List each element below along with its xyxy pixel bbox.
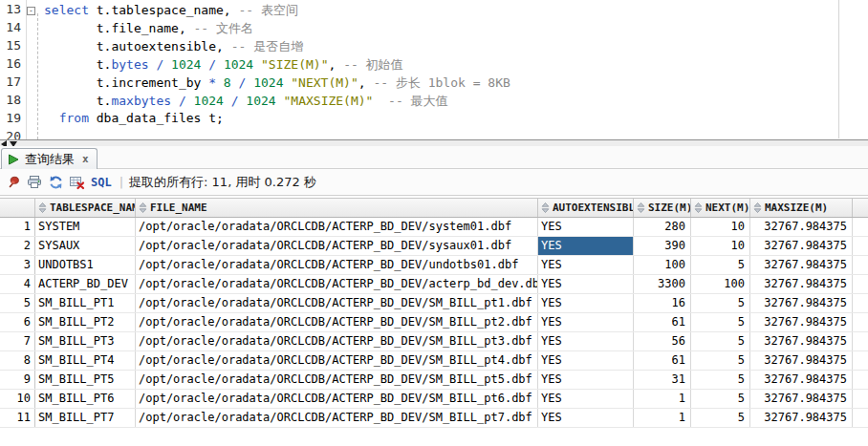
table-row[interactable]: 10SM_BILL_PT6/opt/oracle/oradata/ORCLCDB… — [0, 390, 868, 409]
sql-editor[interactable]: 1314151617181920 select t.tablespace_nam… — [0, 0, 868, 139]
table-row[interactable]: 5SM_BILL_PT1/opt/oracle/oradata/ORCLCDB/… — [0, 294, 868, 313]
grid-cell[interactable]: SYSAUX — [35, 237, 136, 255]
grid-cell[interactable]: YES — [538, 371, 634, 389]
grid-cell[interactable]: /opt/oracle/oradata/ORCLCDB/ACTERP_BD_DE… — [136, 237, 538, 255]
grid-cell[interactable]: 32767.984375 — [750, 371, 853, 389]
grid-cell[interactable]: YES — [538, 275, 634, 293]
grid-cell[interactable]: 5 — [691, 390, 750, 408]
row-number-cell: 5 — [0, 294, 35, 312]
sql-worksheet-button[interactable]: SQL — [87, 176, 118, 189]
grid-cell[interactable]: 56 — [634, 332, 691, 350]
grid-cell[interactable]: SM_BILL_PT6 — [35, 390, 136, 408]
grid-cell[interactable]: 16 — [634, 294, 691, 312]
grid-cell[interactable]: 32767.984375 — [750, 390, 853, 408]
column-header-tablespace-name[interactable]: TABLESPACE_NAME — [35, 199, 136, 217]
grid-cell[interactable]: /opt/oracle/oradata/ORCLCDB/ACTERP_BD_DE… — [136, 351, 538, 370]
grid-cell[interactable]: 32767.984375 — [750, 313, 853, 331]
grid-cell[interactable]: YES — [538, 256, 634, 274]
grid-cell[interactable]: 61 — [634, 351, 691, 370]
grid-cell[interactable]: YES — [538, 294, 634, 312]
grid-cell[interactable]: 3300 — [634, 275, 691, 293]
grid-cell[interactable]: YES — [538, 237, 634, 255]
pane-splitter[interactable] — [0, 139, 868, 146]
grid-cell[interactable]: YES — [538, 218, 634, 236]
grid-cell[interactable]: 32767.984375 — [750, 237, 853, 255]
grid-cell[interactable]: /opt/oracle/oradata/ORCLCDB/ACTERP_BD_DE… — [136, 409, 538, 427]
grid-cell[interactable]: SYSTEM — [35, 218, 136, 236]
grid-cell[interactable]: YES — [538, 390, 634, 408]
grid-cell[interactable]: 1 — [634, 409, 691, 427]
grid-cell[interactable]: SM_BILL_PT3 — [35, 332, 136, 350]
table-row[interactable]: 2SYSAUX/opt/oracle/oradata/ORCLCDB/ACTER… — [0, 237, 868, 256]
grid-cell[interactable]: 32767.984375 — [750, 275, 853, 293]
column-header-file-name[interactable]: FILE_NAME — [136, 199, 538, 217]
table-row[interactable]: 6SM_BILL_PT2/opt/oracle/oradata/ORCLCDB/… — [0, 313, 868, 332]
grid-cell[interactable]: /opt/oracle/oradata/ORCLCDB/ACTERP_BD_DE… — [136, 390, 538, 408]
grid-cell[interactable]: SM_BILL_PT4 — [35, 351, 136, 370]
table-row[interactable]: 8SM_BILL_PT4/opt/oracle/oradata/ORCLCDB/… — [0, 351, 868, 371]
grid-cell[interactable]: 10 — [691, 237, 750, 255]
grid-cell[interactable]: 32767.984375 — [750, 409, 853, 427]
grid-cell[interactable]: 100 — [691, 275, 750, 293]
grid-cell[interactable]: 280 — [634, 218, 691, 236]
column-header-size-m-[interactable]: SIZE(M) — [634, 199, 691, 217]
grid-cell[interactable]: 5 — [691, 313, 750, 331]
table-row[interactable]: 7SM_BILL_PT3/opt/oracle/oradata/ORCLCDB/… — [0, 332, 868, 351]
grid-cell[interactable]: SM_BILL_PT5 — [35, 371, 136, 389]
code-token-num: 1024 — [224, 57, 253, 72]
grid-cell[interactable]: 10 — [691, 218, 750, 236]
tab-query-result[interactable]: 查询结果 x — [1, 148, 98, 169]
grid-cell[interactable]: YES — [538, 351, 634, 370]
grid-cell[interactable]: 5 — [691, 371, 750, 389]
line-number: 17 — [0, 74, 23, 93]
table-row[interactable]: 9SM_BILL_PT5/opt/oracle/oradata/ORCLCDB/… — [0, 371, 868, 390]
grid-cell[interactable]: 32767.984375 — [750, 294, 853, 312]
column-header-autoextensible[interactable]: AUTOEXTENSIBLE — [538, 199, 634, 217]
printer-icon[interactable] — [24, 173, 45, 192]
table-row[interactable]: 1SYSTEM/opt/oracle/oradata/ORCLCDB/ACTER… — [0, 218, 868, 237]
grid-cell[interactable]: /opt/oracle/oradata/ORCLCDB/ACTERP_BD_DE… — [136, 294, 538, 312]
grid-cell[interactable]: /opt/oracle/oradata/ORCLCDB/ACTERP_BD_DE… — [136, 275, 538, 293]
table-row[interactable]: 11SM_BILL_PT7/opt/oracle/oradata/ORCLCDB… — [0, 409, 868, 428]
code-fold-icon[interactable]: - — [27, 7, 35, 15]
column-header-maxsize-m-[interactable]: MAXSIZE(M) — [750, 199, 853, 217]
code-token-pl: t.tablespace_name, — [89, 3, 239, 17]
grid-cell[interactable]: 5 — [691, 294, 750, 312]
grid-cell[interactable]: 32767.984375 — [750, 256, 853, 274]
tab-close-icon[interactable]: x — [80, 153, 89, 165]
grid-cell[interactable]: ACTERP_BD_DEV — [35, 275, 136, 293]
grid-cell[interactable]: YES — [538, 332, 634, 350]
grid-cell[interactable]: 390 — [634, 237, 691, 255]
pin-icon[interactable] — [3, 173, 24, 192]
column-header-next-m-[interactable]: NEXT(M) — [691, 199, 750, 217]
grid-cell[interactable]: /opt/oracle/oradata/ORCLCDB/ACTERP_BD_DE… — [136, 256, 538, 274]
grid-cell[interactable]: YES — [538, 409, 634, 427]
grid-cell[interactable]: /opt/oracle/oradata/ORCLCDB/ACTERP_BD_DE… — [136, 371, 538, 389]
code-token-pl: t.file_name, — [44, 21, 194, 35]
grid-cell[interactable]: 5 — [691, 351, 750, 370]
grid-cell[interactable]: SM_BILL_PT1 — [35, 294, 136, 312]
table-row[interactable]: 4ACTERP_BD_DEV/opt/oracle/oradata/ORCLCD… — [0, 275, 868, 294]
grid-cell[interactable]: UNDOTBS1 — [35, 256, 136, 274]
code-token-pl: dba_data_files t; — [89, 111, 224, 125]
code-area[interactable]: select t.tablespace_name, -- 表空间 t.file_… — [44, 2, 510, 139]
grid-cell[interactable]: /opt/oracle/oradata/ORCLCDB/ACTERP_BD_DE… — [136, 218, 538, 236]
grid-cell[interactable]: /opt/oracle/oradata/ORCLCDB/ACTERP_BD_DE… — [136, 313, 538, 331]
table-row[interactable]: 3UNDOTBS1/opt/oracle/oradata/ORCLCDB/ACT… — [0, 256, 868, 275]
grid-cell[interactable]: 32767.984375 — [750, 332, 853, 350]
grid-cell[interactable]: /opt/oracle/oradata/ORCLCDB/ACTERP_BD_DE… — [136, 332, 538, 350]
grid-cell[interactable]: 1 — [634, 390, 691, 408]
grid-cell[interactable]: 61 — [634, 313, 691, 331]
grid-cell[interactable]: 32767.984375 — [750, 351, 853, 370]
grid-cell[interactable]: SM_BILL_PT7 — [35, 409, 136, 427]
grid-cell[interactable]: 5 — [691, 409, 750, 427]
grid-cell[interactable]: YES — [538, 313, 634, 331]
grid-cell[interactable]: 32767.984375 — [750, 218, 853, 236]
grid-cell[interactable]: 5 — [691, 332, 750, 350]
grid-cell[interactable]: 5 — [691, 256, 750, 274]
grid-cell[interactable]: 100 — [634, 256, 691, 274]
refresh-icon[interactable] — [45, 173, 66, 192]
grid-cell[interactable]: SM_BILL_PT2 — [35, 313, 136, 331]
clear-grid-icon[interactable] — [66, 173, 87, 192]
grid-cell[interactable]: 31 — [634, 371, 691, 389]
